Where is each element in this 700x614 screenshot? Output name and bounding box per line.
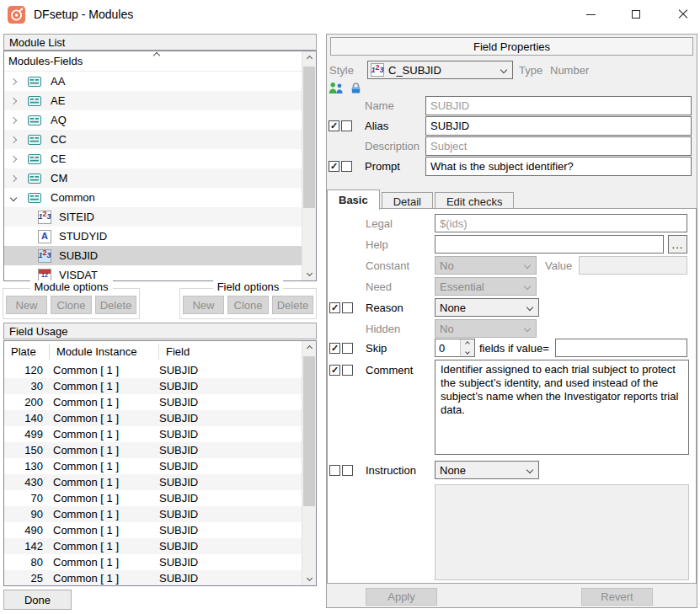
field-usage-row[interactable]: 430Common [ 1 ]SUBJID — [4, 474, 302, 490]
field-delete-button[interactable]: Delete — [272, 296, 313, 314]
field-usage-row[interactable]: 120Common [ 1 ]SUBJID — [4, 362, 302, 378]
column-header-module-instance[interactable]: Module Instance — [50, 344, 159, 360]
column-header-field[interactable]: Field — [159, 344, 302, 360]
constant-dropdown[interactable]: No — [435, 256, 537, 275]
apply-button[interactable]: Apply — [366, 588, 437, 606]
prompt-checkbox-1[interactable] — [329, 161, 339, 172]
field-usage-row[interactable]: 490Common [ 1 ]SUBJID — [4, 522, 302, 538]
table-scrollbar[interactable] — [302, 341, 316, 585]
chevron-down-icon[interactable] — [11, 195, 23, 200]
close-button[interactable] — [664, 0, 700, 29]
skip-checkbox-1[interactable] — [329, 343, 340, 354]
revert-button[interactable]: Revert — [581, 588, 653, 606]
field-clone-button[interactable]: Clone — [227, 296, 269, 314]
field-usage-row[interactable]: 70Common [ 1 ]SUBJID — [4, 490, 302, 506]
done-button[interactable]: Done — [3, 590, 72, 610]
skip-value-input[interactable] — [555, 339, 687, 357]
table-scrollbar-thumb[interactable] — [303, 356, 315, 506]
tab-edit-checks[interactable]: Edit checks — [435, 192, 514, 210]
tree-scrollbar[interactable] — [302, 51, 316, 280]
instruction-dropdown[interactable]: None — [435, 461, 539, 479]
field-usage-row[interactable]: 90Common [ 1 ]SUBJID — [4, 506, 302, 522]
description-label: Description — [354, 140, 421, 152]
reason-dropdown[interactable]: None — [435, 298, 539, 317]
tree-item-CC[interactable]: CC — [4, 130, 302, 149]
instruction-checkbox-2[interactable] — [342, 465, 353, 476]
legal-input[interactable] — [435, 214, 687, 232]
chevron-right-icon[interactable] — [11, 79, 23, 84]
field-cell: SUBJID — [152, 556, 302, 569]
comment-textarea[interactable]: Identifier assigned to each trial subjec… — [435, 360, 689, 455]
skip-count-input[interactable] — [435, 339, 459, 356]
chevron-right-icon[interactable] — [11, 176, 23, 181]
help-browse-button[interactable]: ... — [668, 235, 687, 254]
help-row: Help ... — [329, 235, 687, 254]
tree-item-SITEID[interactable]: 123SITEID — [4, 207, 302, 227]
tree-item-SUBJID[interactable]: 123SUBJID — [4, 246, 302, 265]
field-usage-row[interactable]: 25Common [ 1 ]SUBJID — [4, 570, 302, 585]
field-usage-row[interactable]: 499Common [ 1 ]SUBJID — [4, 426, 302, 442]
field-cell: SUBJID — [152, 476, 302, 489]
tree-scrollbar-thumb[interactable] — [303, 67, 315, 208]
maximize-button[interactable] — [617, 0, 655, 29]
instruction-textarea[interactable] — [435, 484, 689, 580]
chevron-right-icon[interactable] — [11, 137, 23, 142]
tree-item-AQ[interactable]: AQ — [4, 110, 302, 130]
field-usage-row[interactable]: 130Common [ 1 ]SUBJID — [4, 458, 302, 474]
chevron-right-icon[interactable] — [11, 157, 23, 162]
instruction-checkbox-1[interactable] — [329, 465, 340, 476]
skip-count-spinner[interactable] — [435, 339, 475, 357]
field-usage-row[interactable]: 30Common [ 1 ]SUBJID — [4, 378, 302, 394]
module-clone-button[interactable]: Clone — [51, 296, 92, 314]
module-new-button[interactable]: New — [6, 296, 47, 314]
tab-detail[interactable]: Detail — [382, 192, 433, 210]
prompt-checkbox-2[interactable] — [341, 161, 352, 172]
style-dropdown[interactable]: 123 C_SUBJID — [367, 61, 513, 79]
tree-item-VISDAT[interactable]: 12VISDAT — [4, 265, 302, 280]
skip-suffix-label: fields if value= — [479, 342, 549, 355]
help-input[interactable] — [435, 235, 664, 254]
reason-checkbox-1[interactable] — [329, 302, 340, 313]
group-icon[interactable] — [329, 82, 345, 97]
alias-checkbox-1[interactable] — [329, 120, 339, 131]
hidden-dropdown[interactable]: No — [435, 319, 537, 338]
tree-item-AA[interactable]: AA — [4, 72, 302, 91]
scroll-up-icon[interactable] — [302, 341, 316, 355]
field-usage-row[interactable]: 150Common [ 1 ]SUBJID — [4, 442, 302, 458]
scroll-down-icon[interactable] — [302, 266, 316, 280]
field-usage-row[interactable]: 200Common [ 1 ]SUBJID — [4, 394, 302, 410]
field-usage-row[interactable]: 80Common [ 1 ]SUBJID — [4, 554, 302, 570]
tree-item-AE[interactable]: AE — [4, 91, 302, 110]
spin-up-icon[interactable] — [461, 339, 474, 348]
tree-item-STUDYID[interactable]: ASTUDYID — [4, 227, 302, 246]
prompt-input[interactable] — [425, 157, 692, 176]
module-delete-button[interactable]: Delete — [95, 296, 136, 314]
skip-checkbox-2[interactable] — [342, 343, 353, 354]
comment-checkbox-2[interactable] — [342, 365, 353, 376]
description-input[interactable] — [425, 136, 692, 156]
alias-checkbox-2[interactable] — [341, 120, 352, 131]
chevron-right-icon[interactable] — [11, 118, 23, 123]
minimize-button[interactable] — [571, 0, 610, 29]
scroll-down-icon[interactable] — [302, 571, 316, 585]
reason-checkbox-2[interactable] — [342, 302, 353, 313]
constant-value-input[interactable] — [579, 256, 687, 275]
comment-checkbox-1[interactable] — [329, 365, 340, 376]
name-input[interactable] — [425, 96, 692, 115]
scroll-up-icon[interactable] — [302, 51, 316, 66]
column-header-plate[interactable]: Plate — [4, 344, 50, 360]
module-instance-cell: Common [ 1 ] — [43, 380, 152, 392]
lock-icon[interactable] — [350, 82, 362, 97]
tree-item-CM[interactable]: CM — [4, 168, 302, 188]
tab-basic[interactable]: Basic — [327, 190, 380, 210]
tree-item-CE[interactable]: CE — [4, 149, 302, 168]
module-tree-column-header[interactable]: Modules-Fields — [4, 51, 316, 72]
chevron-right-icon[interactable] — [11, 99, 23, 104]
tree-item-Common[interactable]: Common — [4, 188, 302, 207]
field-new-button[interactable]: New — [183, 296, 224, 314]
field-usage-row[interactable]: 142Common [ 1 ]SUBJID — [4, 538, 302, 554]
spin-down-icon[interactable] — [461, 348, 474, 356]
need-dropdown[interactable]: Essential — [435, 277, 537, 296]
field-usage-row[interactable]: 140Common [ 1 ]SUBJID — [4, 410, 302, 426]
alias-input[interactable] — [425, 116, 692, 136]
